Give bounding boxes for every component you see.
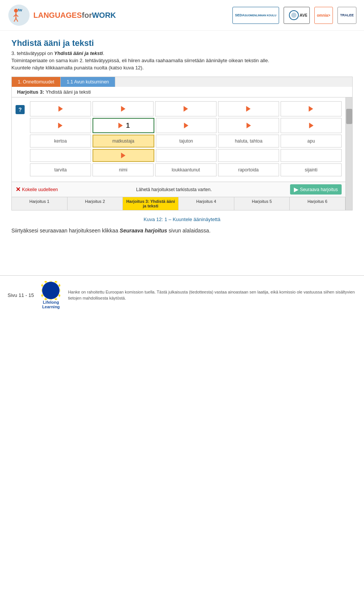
text-cell-2-3-empty[interactable] bbox=[156, 149, 217, 162]
main-content: Yhdistä ääni ja teksti 3. tehtävätyyppi … bbox=[0, 31, 364, 253]
partner-logos: SEDASUOMENLINNAN KOULU AVERA omnia> TRAL… bbox=[232, 7, 356, 24]
audio-icon bbox=[182, 122, 190, 129]
svg-text:AVERA: AVERA bbox=[300, 13, 307, 17]
text-cell-3-2[interactable]: nimi bbox=[93, 163, 154, 176]
partner-seda: SEDASUOMENLINNAN KOULU bbox=[232, 7, 279, 24]
audio-icon bbox=[308, 122, 315, 129]
audio-cell-2-2-highlighted[interactable]: 1 bbox=[93, 118, 154, 133]
svg-marker-17 bbox=[118, 123, 123, 129]
exercise-title-bold: Harjoitus 3: bbox=[17, 89, 44, 95]
audio-cell-1-1[interactable] bbox=[30, 101, 91, 116]
footer-brand-line2: Learning bbox=[42, 304, 60, 309]
partner-tralee: TRALEE bbox=[337, 7, 356, 24]
text-cell-2-1-empty[interactable] bbox=[30, 149, 91, 162]
grid-wrapper: ? bbox=[12, 97, 352, 210]
partner-omnia: omnia> bbox=[314, 7, 333, 24]
logo-wordmark: LANGUAGESforWORK bbox=[33, 11, 116, 20]
grid-area: ? bbox=[12, 97, 345, 182]
figure-caption: Kuva 12: 1 – Kuuntele ääninäytettä bbox=[11, 217, 353, 222]
nav-section-1: 1. Onnettomuudet bbox=[12, 77, 61, 87]
exercise-title: Harjoitus 3: Yhdistä ääni ja teksti bbox=[12, 87, 352, 97]
action-bar: ✕ Kokeile uudelleen Lähetä harjoitukset … bbox=[12, 182, 345, 197]
audio-icon bbox=[182, 105, 190, 113]
audio-cell-1-2[interactable] bbox=[93, 101, 154, 116]
svg-marker-20 bbox=[309, 123, 314, 129]
footer-eu-logo: Lifelong Learning bbox=[41, 281, 60, 309]
tab-5[interactable]: Harjoitus 5 bbox=[234, 197, 290, 210]
text-cell-1-1[interactable]: kertoa bbox=[30, 135, 91, 148]
exercise-nav: 1. Onnettomuudet 1.1 Avun kutsuminen bbox=[12, 77, 352, 87]
retry-label: Kokeile uudelleen bbox=[22, 187, 58, 192]
text-cell-1-5[interactable]: apu bbox=[281, 135, 342, 148]
subtitle-num: 3. bbox=[11, 50, 16, 56]
scrollbar[interactable] bbox=[345, 97, 352, 210]
audio-in-text-row bbox=[30, 149, 342, 162]
tab-bar: Harjoitus 1 Harjoitus 2 Harjoitus 3: Yhd… bbox=[12, 197, 345, 210]
page-desc1: Toimintaperiaate on sama kuin 2. tehtävä… bbox=[11, 58, 353, 63]
audio-icon bbox=[56, 122, 64, 129]
text-cell-1-4[interactable]: haluta, tahtoa bbox=[218, 135, 279, 148]
text-cell-1-2-selected[interactable]: matkustaja bbox=[93, 135, 154, 148]
audio-icon bbox=[245, 105, 252, 113]
next-button[interactable]: ▶ Seuraava harjoitus bbox=[290, 184, 342, 195]
svg-marker-13 bbox=[184, 106, 188, 112]
tab-1[interactable]: Harjoitus 1 bbox=[12, 197, 67, 210]
submit-label: Lähetä harjoitukset tarkistusta varten. bbox=[136, 187, 212, 192]
text-cell-1-3[interactable]: tajuton bbox=[156, 135, 217, 148]
tab-6[interactable]: Harjoitus 6 bbox=[290, 197, 345, 210]
nav-section-2: 1.1 Avun kutsuminen bbox=[61, 77, 115, 87]
grid-content: ? bbox=[12, 97, 345, 210]
next-label: Seuraava harjoitus bbox=[300, 187, 338, 192]
audio-icon bbox=[57, 105, 64, 113]
audio-icon bbox=[307, 105, 315, 113]
bottom-text-italic: Seuraava harjoitus bbox=[120, 228, 167, 234]
svg-point-0 bbox=[8, 5, 30, 26]
svg-marker-14 bbox=[246, 106, 251, 112]
audio-cell-1-4[interactable] bbox=[218, 101, 279, 116]
audio-cell-2-3[interactable] bbox=[156, 118, 217, 133]
footer-brand-name: Lifelong Learning bbox=[42, 300, 60, 309]
bottom-text-2: sivun alalaidassa. bbox=[169, 228, 211, 234]
tab-4[interactable]: Harjoitus 4 bbox=[179, 197, 234, 210]
partner-avera: AVERA bbox=[284, 7, 310, 24]
tab-2[interactable]: Harjoitus 2 bbox=[67, 197, 123, 210]
next-arrow-icon: ▶ bbox=[294, 186, 298, 193]
number-badge: 1 bbox=[126, 122, 130, 130]
text-cell-2-4-empty[interactable] bbox=[218, 149, 279, 162]
help-column: ? bbox=[16, 101, 27, 178]
audio-cell-2-5[interactable] bbox=[281, 118, 342, 133]
audio-cell-1-5[interactable] bbox=[281, 101, 342, 116]
retry-button[interactable]: ✕ Kokeile uudelleen bbox=[16, 186, 58, 193]
eu-stars-icon bbox=[41, 281, 60, 300]
svg-marker-16 bbox=[58, 123, 63, 129]
svg-marker-15 bbox=[309, 106, 314, 112]
text-cell-3-1[interactable]: tarvita bbox=[30, 163, 91, 176]
text-cell-3-5[interactable]: sijainti bbox=[281, 163, 342, 176]
audio-cell-2-1[interactable] bbox=[30, 118, 91, 133]
svg-marker-21 bbox=[121, 153, 126, 159]
exercise-title-sub: Yhdistä ääni ja teksti bbox=[46, 89, 91, 95]
svg-marker-11 bbox=[58, 106, 63, 112]
audio-icon bbox=[245, 122, 253, 129]
text-cell-3-4[interactable]: raportoida bbox=[218, 163, 279, 176]
text-cell-2-5-empty[interactable] bbox=[281, 149, 342, 162]
text-row-2: tarvita nimi loukkaantunut raportoida si… bbox=[30, 163, 342, 176]
bottom-text: Siirtyäksesi seuraavaan harjoitukseen kl… bbox=[11, 228, 353, 234]
svg-marker-19 bbox=[246, 123, 251, 129]
audio-cell-2-4[interactable] bbox=[218, 118, 279, 133]
audio-icon bbox=[119, 152, 127, 159]
page-subtitle: 3. tehtävätyyppi on Yhdistä ääni ja teks… bbox=[11, 50, 353, 56]
audio-icon bbox=[119, 105, 127, 113]
subtitle-italic: Yhdistä ääni ja teksti bbox=[54, 50, 103, 56]
audio-cell-1-3[interactable] bbox=[155, 101, 216, 116]
svg-marker-12 bbox=[121, 106, 126, 112]
tab-3-active[interactable]: Harjoitus 3: Yhdistä ääni ja teksti bbox=[123, 197, 179, 210]
scrollbar-thumb[interactable] bbox=[346, 109, 352, 124]
header: LfW LANGUAGESforWORK SEDASUOMENLINNAN KO… bbox=[0, 0, 364, 31]
text-cell-3-3[interactable]: loukkaantunut bbox=[155, 163, 216, 176]
logo-icon: LfW bbox=[8, 4, 30, 27]
help-button[interactable]: ? bbox=[16, 105, 25, 114]
grid-main: 1 bbox=[30, 101, 342, 178]
text-cell-2-2-audio[interactable] bbox=[93, 149, 154, 162]
svg-point-2 bbox=[14, 9, 18, 13]
